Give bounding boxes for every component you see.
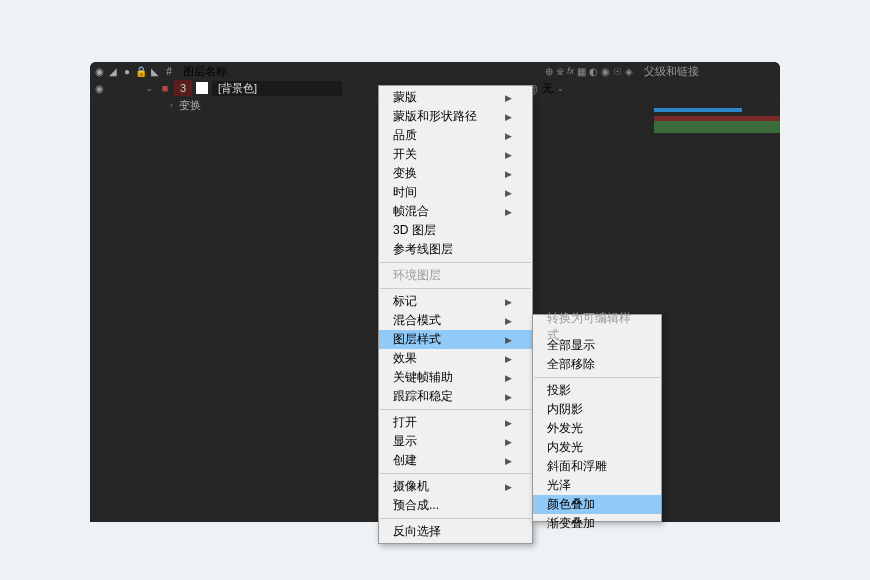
menu-item[interactable]: 全部移除 [533,355,661,374]
menu-item[interactable]: 创建▶ [379,451,532,470]
layer-duration-bar[interactable] [654,116,780,133]
tag-header-icon[interactable]: ◣ [150,66,160,76]
menu-separator [380,262,531,263]
menu-item[interactable]: 时间▶ [379,183,532,202]
submenu-arrow-icon: ▶ [505,169,512,179]
quality-icon[interactable]: ◐ [589,66,598,77]
menu-item-label: 摄像机 [393,478,429,495]
menu-item: 转换为可编辑样式 [533,317,661,336]
submenu-arrow-icon: ▶ [505,392,512,402]
layer-swatch [196,82,208,94]
collapse-icon[interactable]: ▦ [577,66,586,77]
menu-item[interactable]: 效果▶ [379,349,532,368]
menu-item-label: 外发光 [547,420,583,437]
submenu-arrow-icon: ▶ [505,112,512,122]
menu-item-label: 反向选择 [393,523,441,540]
menu-item[interactable]: 混合模式▶ [379,311,532,330]
index-header-icon: # [164,66,174,76]
lock-header-icon[interactable]: 🔒 [136,66,146,76]
menu-item-label: 蒙版和形状路径 [393,108,477,125]
layer-name-header: 图层名称 [177,64,542,79]
menu-item-label: 3D 图层 [393,222,436,239]
parent-link-header: 父级和链接 [636,64,776,79]
menu-item[interactable]: 变换▶ [379,164,532,183]
submenu-arrow-icon: ▶ [505,418,512,428]
submenu-arrow-icon: ▶ [505,335,512,345]
menu-item-label: 标记 [393,293,417,310]
menu-item-label: 效果 [393,350,417,367]
parent-none-label: 无 [542,81,553,96]
menu-item[interactable]: 预合成... [379,496,532,515]
layer-context-menu: 蒙版▶蒙版和形状路径▶品质▶开关▶变换▶时间▶帧混合▶3D 图层参考线图层环境图… [378,85,533,544]
time-ruler-playhead[interactable] [654,108,780,112]
menu-item[interactable]: 反向选择 [379,522,532,541]
menu-item[interactable]: 品质▶ [379,126,532,145]
menu-item-label: 跟踪和稳定 [393,388,453,405]
menu-separator [534,377,660,378]
menu-item-label: 渐变叠加 [547,515,595,532]
menu-separator [380,409,531,410]
menu-item-label: 品质 [393,127,417,144]
layer-styles-submenu: 转换为可编辑样式全部显示全部移除投影内阴影外发光内发光斜面和浮雕光泽颜色叠加渐变… [532,314,662,522]
motion-blur-icon[interactable]: ◉ [601,66,610,77]
menu-item-label: 混合模式 [393,312,441,329]
menu-item[interactable]: 光泽 [533,476,661,495]
submenu-arrow-icon: ▶ [505,456,512,466]
3d-icon[interactable]: ◈ [625,66,633,77]
menu-item[interactable]: 蒙版▶ [379,88,532,107]
menu-item-label: 时间 [393,184,417,201]
menu-item-label: 斜面和浮雕 [547,458,607,475]
menu-item-label: 全部显示 [547,337,595,354]
menu-item[interactable]: 开关▶ [379,145,532,164]
menu-item[interactable]: 内发光 [533,438,661,457]
layer-name[interactable]: [背景色] [212,81,342,96]
eye-header-icon[interactable]: ◉ [94,66,104,76]
menu-item[interactable]: 颜色叠加 [533,495,661,514]
menu-item[interactable]: 摄像机▶ [379,477,532,496]
menu-item-label: 预合成... [393,497,439,514]
shy-icon[interactable]: ⊕ [545,66,553,77]
submenu-arrow-icon: ▶ [505,316,512,326]
submenu-arrow-icon: ▶ [505,297,512,307]
menu-item[interactable]: 标记▶ [379,292,532,311]
solo-header-icon[interactable]: ● [122,66,132,76]
menu-item[interactable]: 跟踪和稳定▶ [379,387,532,406]
chevron-down-icon: ⌄ [557,84,564,93]
menu-item-label: 内阴影 [547,401,583,418]
menu-item[interactable]: 帧混合▶ [379,202,532,221]
menu-item[interactable]: 蒙版和形状路径▶ [379,107,532,126]
menu-item[interactable]: 斜面和浮雕 [533,457,661,476]
menu-item[interactable]: 图层样式▶ [379,330,532,349]
fx-label-icon[interactable]: fx [567,66,574,76]
color-label[interactable]: ■ [156,82,174,94]
menu-separator [380,288,531,289]
menu-item-label: 蒙版 [393,89,417,106]
menu-item[interactable]: 内阴影 [533,400,661,419]
menu-item[interactable]: 外发光 [533,419,661,438]
visibility-toggle[interactable]: ◉ [90,83,108,94]
menu-item-label: 内发光 [547,439,583,456]
expand-toggle[interactable]: ⌄ [142,84,156,93]
adjustment-icon[interactable]: ☉ [613,66,622,77]
parent-dropdown[interactable]: @ 无 ⌄ [527,80,637,97]
transform-label: 变换 [179,98,201,113]
submenu-arrow-icon: ▶ [505,373,512,383]
menu-item[interactable]: 渐变叠加 [533,514,661,533]
menu-item-label: 颜色叠加 [547,496,595,513]
menu-item[interactable]: 关键帧辅助▶ [379,368,532,387]
menu-item[interactable]: 3D 图层 [379,221,532,240]
menu-item[interactable]: 投影 [533,381,661,400]
submenu-arrow-icon: ▶ [505,150,512,160]
menu-item-label: 图层样式 [393,331,441,348]
menu-separator [380,518,531,519]
menu-item-label: 变换 [393,165,417,182]
menu-item-label: 开关 [393,146,417,163]
menu-item: 环境图层 [379,266,532,285]
menu-item-label: 参考线图层 [393,241,453,258]
menu-item[interactable]: 参考线图层 [379,240,532,259]
menu-item[interactable]: 打开▶ [379,413,532,432]
menu-item[interactable]: 显示▶ [379,432,532,451]
fx-icon[interactable]: ※ [556,66,564,77]
audio-header-icon[interactable]: ◢ [108,66,118,76]
submenu-arrow-icon: ▶ [505,437,512,447]
